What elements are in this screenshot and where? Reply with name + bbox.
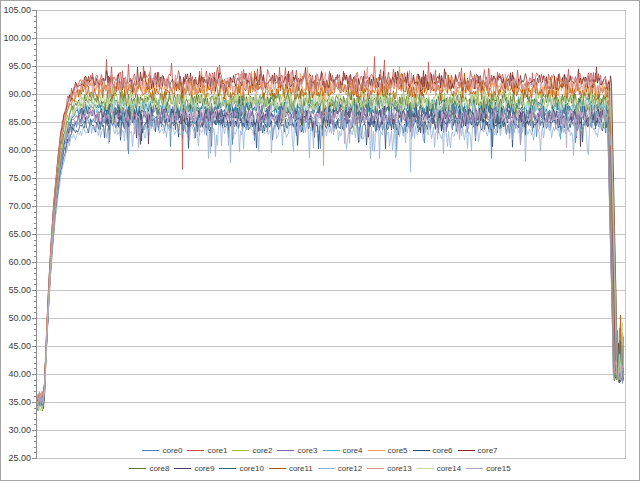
- legend-label: core4: [343, 446, 363, 456]
- y-axis-label: 70.00: [0, 201, 31, 212]
- legend-line-swatch-core0: [142, 450, 159, 451]
- y-axis-label: 75.00: [0, 173, 31, 184]
- legend-item-core15[interactable]: core15: [466, 464, 510, 474]
- legend-label: core11: [289, 464, 313, 474]
- chart-legend-row-1: core0core1core2core3core4core5core6core7: [0, 444, 640, 457]
- legend-item-core6[interactable]: core6: [413, 446, 453, 456]
- series-line-core8: [38, 90, 624, 411]
- legend-item-core9[interactable]: core9: [174, 464, 214, 474]
- series-line-core6: [38, 113, 624, 403]
- legend-line-swatch-core4: [323, 450, 340, 451]
- y-axis-label: 55.00: [0, 285, 31, 296]
- plot-area: [0, 0, 640, 481]
- y-axis-label: 90.00: [0, 89, 31, 100]
- legend-item-core12[interactable]: core12: [318, 464, 362, 474]
- series-line-core2: [38, 86, 624, 411]
- legend-item-core13[interactable]: core13: [367, 464, 411, 474]
- y-axis-label: 100.00: [0, 33, 31, 44]
- legend-label: core7: [478, 446, 498, 456]
- legend-line-swatch-core1: [187, 450, 204, 451]
- legend-line-swatch-core5: [368, 450, 385, 451]
- y-axis-label: 35.00: [0, 397, 31, 408]
- legend-label: core6: [433, 446, 453, 456]
- legend-label: core9: [194, 464, 214, 474]
- series-line-core10: [38, 99, 624, 407]
- legend-label: core5: [388, 446, 408, 456]
- legend-line-swatch-core11: [269, 468, 286, 469]
- legend-item-core11[interactable]: core11: [269, 464, 313, 474]
- y-axis-label: 45.00: [0, 341, 31, 352]
- series-line-core14: [38, 92, 624, 411]
- legend-label: core14: [437, 464, 461, 474]
- legend-line-swatch-core7: [458, 450, 475, 451]
- y-axis-label: 40.00: [0, 369, 31, 380]
- series-line-core0: [38, 110, 624, 408]
- legend-item-core1[interactable]: core1: [187, 446, 227, 456]
- legend-label: core10: [239, 464, 263, 474]
- legend-line-swatch-core10: [219, 468, 236, 469]
- legend-label: core8: [149, 464, 169, 474]
- legend-label: core0: [162, 446, 182, 456]
- legend-line-swatch-core14: [417, 468, 434, 469]
- legend-line-swatch-core2: [232, 450, 249, 451]
- legend-item-core4[interactable]: core4: [323, 446, 363, 456]
- legend-label: core13: [387, 464, 411, 474]
- legend-item-core8[interactable]: core8: [129, 464, 169, 474]
- legend-line-swatch-core9: [174, 468, 191, 469]
- y-axis-label: 80.00: [0, 145, 31, 156]
- legend-line-swatch-core3: [277, 450, 294, 451]
- legend-item-core14[interactable]: core14: [417, 464, 461, 474]
- legend-item-core3[interactable]: core3: [277, 446, 317, 456]
- legend-item-core0[interactable]: core0: [142, 446, 182, 456]
- series-line-core9: [38, 103, 624, 409]
- legend-item-core2[interactable]: core2: [232, 446, 272, 456]
- legend-label: core1: [207, 446, 227, 456]
- legend-label: core15: [486, 464, 510, 474]
- legend-line-swatch-core15: [466, 468, 483, 469]
- legend-line-swatch-core6: [413, 450, 430, 451]
- legend-label: core2: [252, 446, 272, 456]
- chart-legend-row-2: core8core9core10core11core12core13core14…: [0, 462, 640, 475]
- y-axis-label: 65.00: [0, 229, 31, 240]
- y-axis-label: 105.00: [0, 5, 31, 16]
- series-line-core15: [38, 105, 624, 402]
- y-axis-label: 60.00: [0, 257, 31, 268]
- y-axis-label: 95.00: [0, 61, 31, 72]
- legend-item-core10[interactable]: core10: [219, 464, 263, 474]
- legend-item-core5[interactable]: core5: [368, 446, 408, 456]
- legend-line-swatch-core13: [367, 468, 384, 469]
- y-axis-label: 50.00: [0, 313, 31, 324]
- series-line-core4: [38, 96, 624, 407]
- legend-label: core12: [338, 464, 362, 474]
- legend-label: core3: [297, 446, 317, 456]
- legend-line-swatch-core8: [129, 468, 146, 469]
- legend-item-core7[interactable]: core7: [458, 446, 498, 456]
- legend-line-swatch-core12: [318, 468, 335, 469]
- y-axis-label: 85.00: [0, 117, 31, 128]
- temperature-chart: 105.00100.0095.0090.0085.0080.0075.0070.…: [0, 0, 640, 481]
- y-axis-label: 30.00: [0, 425, 31, 436]
- series-line-core3: [38, 101, 624, 402]
